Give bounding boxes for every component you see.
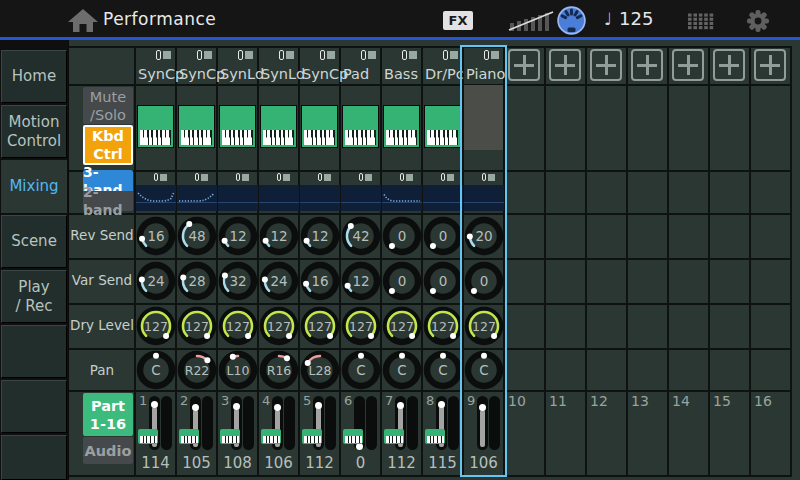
fader-handle[interactable]	[151, 401, 158, 408]
eq-display[interactable]	[382, 185, 422, 211]
eq-display[interactable]	[423, 185, 463, 211]
pan-knob-6[interactable]: C	[339, 348, 383, 392]
sidebar-item-motion-control[interactable]: MotionControl	[1, 105, 67, 158]
dry-level-knob-6[interactable]: 127	[339, 304, 383, 348]
midi-indicator-icon[interactable]	[556, 5, 587, 36]
part-header-4[interactable]: SynLd	[258, 46, 299, 84]
part-header-1[interactable]: SynCp	[135, 46, 176, 84]
audition-slash-icon[interactable]	[508, 9, 554, 32]
var-send-knob-1[interactable]: 24	[134, 259, 178, 303]
rev-send-knob-6[interactable]: 42	[339, 214, 383, 258]
var-send-knob-5[interactable]: 16	[298, 259, 342, 303]
pan-knob-8[interactable]: C	[421, 348, 465, 392]
fader-handle[interactable]	[438, 401, 445, 408]
audio-button[interactable]: Audio	[83, 437, 133, 464]
pan-knob-2[interactable]: R22	[175, 348, 219, 392]
part-header-2[interactable]: SynCp	[176, 46, 217, 84]
eq-display[interactable]	[136, 185, 176, 211]
dry-level-knob-1[interactable]: 127	[134, 304, 178, 348]
eq-display[interactable]	[300, 185, 340, 211]
keyboard-tile[interactable]	[219, 105, 256, 148]
var-send-knob-6[interactable]: 12	[339, 259, 383, 303]
var-send-knob-2[interactable]: 28	[175, 259, 219, 303]
eq-display[interactable]	[341, 185, 381, 211]
eq-display[interactable]	[259, 185, 299, 211]
rev-send-knob-5[interactable]: 12	[298, 214, 342, 258]
mute-solo-button[interactable]: Mute /Solo	[83, 87, 133, 124]
rev-send-knob-2[interactable]: 48	[175, 214, 219, 258]
part-header-7[interactable]: Bass	[381, 46, 422, 84]
var-send-knob-3[interactable]: 32	[216, 259, 260, 303]
add-part-button-14[interactable]	[672, 49, 704, 81]
keyboard-tile[interactable]	[424, 105, 461, 148]
keyboard-tile[interactable]	[342, 105, 379, 148]
sidebar-item-play-rec[interactable]: Play/ Rec	[1, 270, 67, 323]
rev-send-knob-3[interactable]: 12	[216, 214, 260, 258]
part-header-5[interactable]: SynCp	[299, 46, 340, 84]
fader-handle[interactable]	[397, 402, 404, 409]
dry-level-knob-8[interactable]: 127	[421, 304, 465, 348]
add-part-button-16[interactable]	[754, 49, 786, 81]
kbd-ctrl-button[interactable]: Kbd Ctrl	[83, 125, 133, 165]
add-part-button-12[interactable]	[590, 49, 622, 81]
rev-send-knob-9[interactable]: 20	[462, 214, 506, 258]
add-part-button-11[interactable]	[549, 49, 581, 81]
part-header-8[interactable]: Dr/Pc	[422, 46, 463, 84]
part-header-3[interactable]: SynLd	[217, 46, 258, 84]
sidebar-item-mixing[interactable]: Mixing	[1, 160, 67, 213]
add-part-button-15[interactable]	[713, 49, 745, 81]
add-part-button-10[interactable]	[508, 49, 540, 81]
pan-knob-7[interactable]: C	[380, 348, 424, 392]
gear-icon[interactable]	[745, 8, 771, 34]
pan-knob-4[interactable]: R16	[257, 348, 301, 392]
volume-fader[interactable]	[477, 396, 488, 450]
add-part-button-13[interactable]	[631, 49, 663, 81]
tempo-display[interactable]: ♩125	[604, 8, 653, 29]
part-header-9[interactable]: Piano	[463, 46, 504, 84]
keyboard-tile[interactable]	[301, 105, 338, 148]
var-send-knob-9[interactable]: 0	[462, 259, 506, 303]
var-send-knob-4[interactable]: 24	[257, 259, 301, 303]
pan-knob-9[interactable]: C	[462, 348, 506, 392]
pan-knob-3[interactable]: L10	[216, 348, 260, 392]
part-number: 1	[139, 393, 147, 408]
keyboard-tile[interactable]	[137, 105, 174, 148]
home-icon[interactable]	[66, 8, 100, 33]
fader-handle[interactable]	[192, 404, 199, 411]
sidebar-item-empty[interactable]	[1, 380, 67, 433]
rev-send-knob-4[interactable]: 12	[257, 214, 301, 258]
sidebar-item-home[interactable]: Home	[1, 50, 67, 103]
part-header-6[interactable]: Pad	[340, 46, 381, 84]
eq-display[interactable]	[218, 185, 258, 211]
dry-level-knob-2[interactable]: 127	[175, 304, 219, 348]
pan-knob-1[interactable]: C	[134, 348, 178, 392]
dry-level-knob-4[interactable]: 127	[257, 304, 301, 348]
dry-level-knob-5[interactable]: 127	[298, 304, 342, 348]
fx-badge[interactable]: FX	[443, 11, 473, 30]
fader-handle[interactable]	[479, 404, 486, 411]
dry-level-knob-3[interactable]: 127	[216, 304, 260, 348]
dry-level-knob-7[interactable]: 127	[380, 304, 424, 348]
rev-send-knob-7[interactable]: 0	[380, 214, 424, 258]
part-1-16-button[interactable]: Part 1-16	[83, 393, 133, 436]
eq-display[interactable]	[464, 185, 504, 211]
keyboard-tile[interactable]	[178, 105, 215, 148]
rev-send-knob-1[interactable]: 16	[134, 214, 178, 258]
pan-knob-5[interactable]: L28	[298, 348, 342, 392]
eq-2band-button[interactable]: 2-band	[83, 191, 133, 211]
eq-display[interactable]	[177, 185, 217, 211]
fader-handle[interactable]	[274, 404, 281, 411]
keyboard-tile[interactable]	[260, 105, 297, 148]
sidebar-item-empty[interactable]	[1, 435, 67, 480]
eq-part-icon	[318, 173, 331, 181]
matrix-icon[interactable]	[687, 13, 715, 30]
dry-level-knob-9[interactable]: 127	[462, 304, 506, 348]
var-send-knob-8[interactable]: 0	[421, 259, 465, 303]
sidebar-item-empty[interactable]	[1, 325, 67, 378]
fader-handle[interactable]	[315, 402, 322, 409]
keyboard-tile[interactable]	[383, 105, 420, 148]
fader-handle[interactable]	[233, 403, 240, 410]
rev-send-knob-8[interactable]: 0	[421, 214, 465, 258]
var-send-knob-7[interactable]: 0	[380, 259, 424, 303]
sidebar-item-scene[interactable]: Scene	[1, 215, 67, 268]
